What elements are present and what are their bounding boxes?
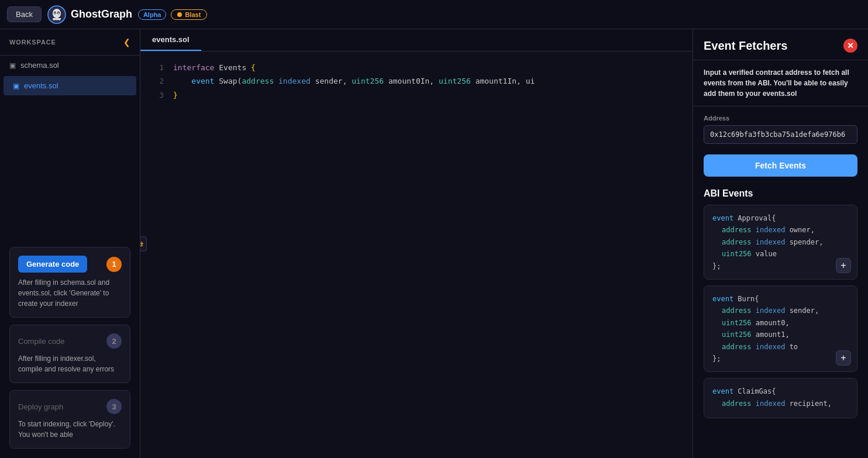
editor-tab-bar: events.sol (140, 29, 693, 51)
blast-badge: Blast (171, 9, 207, 20)
step-3-description: To start indexing, click 'Deploy'. You w… (18, 419, 122, 440)
code-content-2: event Swap(address indexed sender, uint2… (173, 74, 535, 88)
sidebar: WORKSPACE ❮ ▣ schema.sol ▣ events.sol Ge… (0, 29, 140, 458)
svg-point-1 (53, 9, 61, 18)
ghostgraph-logo (47, 5, 66, 24)
fetch-events-button[interactable]: Fetch Events (704, 154, 857, 177)
code-line-3: 3 } (152, 88, 681, 102)
step-3-header: Deploy graph 3 (18, 399, 122, 414)
address-section: Address (693, 106, 868, 152)
add-burn-button[interactable]: + (836, 350, 851, 366)
abi-param-amount1: uint256 amount1, (712, 329, 849, 340)
editor-tab-events[interactable]: events.sol (140, 29, 201, 51)
address-label: Address (704, 115, 857, 122)
blast-dot (177, 12, 182, 17)
add-approval-button[interactable]: + (836, 258, 851, 273)
back-button[interactable]: Back (7, 6, 42, 22)
abi-param-to: address indexed to (712, 341, 849, 353)
divider-toggle[interactable]: ⇄ (140, 236, 147, 251)
step-2-description: After filling in indexer.sol, compile an… (18, 353, 122, 374)
sidebar-item-events[interactable]: ▣ events.sol (4, 76, 136, 95)
code-content-1: interface Events { (173, 61, 256, 74)
step-badge-3: 3 (106, 399, 122, 414)
abi-param-recipient: address indexed recipient, (712, 398, 849, 409)
deploy-graph-label: Deploy graph (18, 402, 63, 411)
right-panel-header: Event Fetchers ✕ (693, 29, 868, 60)
collapse-sidebar-button[interactable]: ❮ (123, 37, 130, 47)
abi-event-approval: event Approval{ address indexed owner, a… (704, 205, 857, 280)
file-icon-events: ▣ (13, 82, 19, 90)
abi-param-amount0: uint256 amount0, (712, 317, 849, 329)
code-body: 1 interface Events { 2 event Swap(addres… (140, 51, 693, 458)
abi-param-owner: address indexed owner, (712, 224, 849, 236)
abi-event-claimgas: event ClaimGas{ address indexed recipien… (704, 378, 857, 418)
code-line-1: 1 interface Events { (152, 61, 681, 74)
alpha-badge: Alpha (138, 9, 167, 20)
abi-burn-close: }; (712, 353, 849, 364)
abi-events-list: event Approval{ address indexed owner, a… (693, 205, 868, 458)
code-line-2: 2 event Swap(address indexed sender, uin… (152, 74, 681, 88)
step-1-header: Generate code 1 (18, 256, 122, 273)
sidebar-steps: Generate code 1 After filling in schema.… (0, 237, 140, 458)
workspace-label: WORKSPACE (9, 39, 56, 46)
abi-event-approval-header: event Approval{ (712, 212, 849, 224)
step-card-deploy: Deploy graph 3 To start indexing, click … (9, 390, 130, 449)
editor-area: ⇄ events.sol 1 interface Events { 2 even… (140, 29, 693, 458)
line-num-3: 3 (152, 88, 164, 102)
svg-point-4 (54, 12, 56, 13)
abi-param-burn-sender: address indexed sender, (712, 305, 849, 316)
address-input[interactable] (704, 125, 857, 144)
panel-title: Event Fetchers (704, 39, 787, 53)
step-badge-1: 1 (106, 257, 122, 272)
abi-event-burn-header: event Burn{ (712, 293, 849, 305)
step-card-compile: Compile code 2 After filling in indexer.… (9, 325, 130, 383)
events-file-label: events.sol (24, 81, 58, 90)
step-card-generate: Generate code 1 After filling in schema.… (9, 247, 130, 318)
step-1-description: After filling in schema.sol and events.s… (18, 277, 122, 309)
compile-code-label: Compile code (18, 337, 65, 346)
brand-name: GhostGraph (71, 8, 132, 20)
close-panel-button[interactable]: ✕ (843, 39, 857, 53)
code-content-3: } (173, 88, 178, 102)
line-num-1: 1 (152, 61, 164, 74)
main-layout: WORKSPACE ❮ ▣ schema.sol ▣ events.sol Ge… (0, 29, 868, 458)
abi-event-burn: event Burn{ address indexed sender, uint… (704, 285, 857, 372)
blast-label: Blast (185, 11, 201, 18)
sidebar-header: WORKSPACE ❮ (0, 29, 140, 56)
abi-param-value: uint256 value (712, 248, 849, 260)
sidebar-item-schema[interactable]: ▣ schema.sol (0, 56, 140, 75)
abi-event-claimgas-header: event ClaimGas{ (712, 385, 849, 397)
generate-code-button[interactable]: Generate code (18, 256, 87, 273)
svg-point-5 (58, 12, 59, 13)
line-num-2: 2 (152, 74, 164, 88)
schema-file-label: schema.sol (20, 61, 59, 70)
panel-description: Input a verified contract address to fet… (693, 60, 868, 106)
step-badge-2: 2 (106, 333, 122, 349)
abi-section-title: ABI Events (693, 185, 868, 205)
arrow-icon: ⇄ (140, 239, 143, 249)
panel-desc-bold: events.sol (763, 89, 797, 98)
topbar: Back GhostGraph Alpha Blast (0, 0, 868, 29)
abi-param-spender: address indexed spender, (712, 236, 849, 248)
right-panel: Event Fetchers ✕ Input a verified contra… (693, 29, 868, 458)
file-icon-schema: ▣ (9, 61, 16, 70)
step-2-header: Compile code 2 (18, 333, 122, 349)
abi-approval-close: }; (712, 260, 849, 272)
